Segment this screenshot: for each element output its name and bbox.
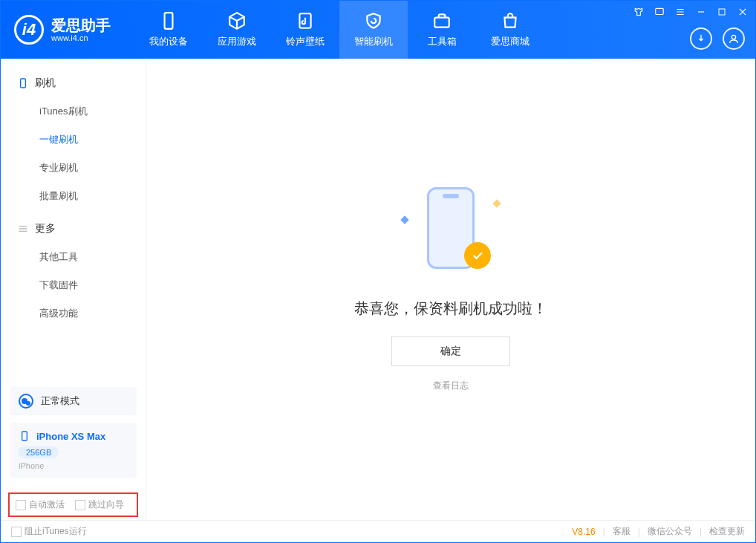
mode-label: 正常模式	[41, 394, 79, 408]
svg-rect-2	[434, 18, 449, 27]
svg-rect-3	[656, 8, 664, 14]
tab-label: 铃声壁纸	[286, 35, 325, 48]
tab-label: 爱思商城	[491, 35, 529, 48]
tab-apps[interactable]: 应用游戏	[203, 1, 271, 59]
sidebar-item-itunes-flash[interactable]: iTunes刷机	[1, 97, 146, 126]
checkbox-auto-activate[interactable]: 自动激活	[16, 498, 65, 511]
tab-label: 智能刷机	[354, 35, 393, 48]
ok-button[interactable]: 确定	[391, 336, 510, 366]
header-actions	[690, 27, 745, 50]
device-type: iPhone	[19, 461, 128, 470]
tab-my-device[interactable]: 我的设备	[134, 1, 203, 59]
toolbox-icon	[432, 11, 452, 30]
tab-toolbox[interactable]: 工具箱	[408, 1, 476, 59]
window-controls	[632, 5, 749, 19]
check-icon	[464, 242, 491, 269]
bag-icon	[501, 11, 520, 30]
sidebar: 刷机 iTunes刷机 一键刷机 专业刷机 批量刷机 更多 其他工具 下载固件 …	[1, 59, 146, 520]
list-icon	[17, 223, 29, 235]
download-icon[interactable]	[690, 27, 712, 50]
status-bar: 阻止iTunes运行 V8.16 | 客服 | 微信公众号 | 检查更新	[1, 520, 755, 542]
feedback-icon[interactable]	[653, 5, 666, 19]
menu-icon[interactable]	[674, 5, 687, 19]
device-mode[interactable]: 正常模式	[10, 387, 137, 415]
svg-rect-7	[22, 432, 27, 440]
svg-rect-6	[21, 79, 26, 88]
sidebar-item-download-firmware[interactable]: 下载固件	[1, 271, 146, 299]
close-icon[interactable]	[736, 5, 749, 19]
music-file-icon	[296, 11, 315, 30]
phone-icon	[159, 11, 178, 30]
success-message: 恭喜您，保资料刷机成功啦！	[354, 299, 547, 319]
skin-icon[interactable]	[632, 5, 645, 19]
svg-rect-0	[165, 13, 173, 29]
tab-store[interactable]: 爱思商城	[476, 1, 544, 59]
tab-label: 工具箱	[428, 35, 457, 48]
logo-icon: i4	[14, 15, 44, 45]
tab-ringtones[interactable]: 铃声壁纸	[271, 1, 339, 59]
support-link[interactable]: 客服	[613, 525, 630, 538]
device-icon	[17, 77, 29, 89]
options-strip: 自动激活 跳过向导	[8, 492, 138, 517]
phone-small-icon	[19, 430, 30, 442]
check-update-link[interactable]: 检查更新	[709, 525, 745, 538]
tab-label: 应用游戏	[218, 35, 256, 48]
sidebar-item-batch-flash[interactable]: 批量刷机	[1, 182, 146, 210]
sidebar-item-advanced[interactable]: 高级功能	[1, 299, 146, 328]
tab-label: 我的设备	[149, 35, 188, 48]
checkbox-skip-guide[interactable]: 跳过向导	[75, 498, 124, 511]
minimize-icon[interactable]	[694, 5, 708, 19]
logo: i4 爱思助手 www.i4.cn	[1, 15, 124, 45]
checkbox-block-itunes[interactable]: 阻止iTunes运行	[11, 525, 87, 538]
sidebar-item-other-tools[interactable]: 其他工具	[1, 243, 146, 271]
device-capacity: 256GB	[19, 446, 59, 458]
sidebar-item-oneclick-flash[interactable]: 一键刷机	[1, 126, 146, 154]
view-log-link[interactable]: 查看日志	[433, 380, 469, 392]
sidebar-group-flash: 刷机	[1, 72, 146, 94]
device-card[interactable]: iPhone XS Max 256GB iPhone	[10, 423, 137, 478]
main-tabs: 我的设备 应用游戏 铃声壁纸 智能刷机 工具箱 爱思商城	[134, 1, 544, 59]
sidebar-group-more: 更多	[1, 218, 146, 240]
app-header: i4 爱思助手 www.i4.cn 我的设备 应用游戏 铃声壁纸 智能刷机 工具…	[1, 1, 755, 59]
user-icon[interactable]	[723, 27, 745, 50]
group-label: 刷机	[35, 77, 56, 90]
success-illustration	[406, 187, 495, 276]
svg-point-5	[731, 35, 735, 39]
group-label: 更多	[35, 222, 56, 235]
app-title: 爱思助手	[51, 17, 111, 33]
wechat-link[interactable]: 微信公众号	[648, 525, 692, 538]
device-panel: 正常模式 iPhone XS Max 256GB iPhone	[1, 378, 146, 487]
tab-flash[interactable]: 智能刷机	[339, 1, 408, 59]
device-name: iPhone XS Max	[36, 431, 105, 442]
refresh-shield-icon	[364, 11, 383, 30]
app-subtitle: www.i4.cn	[51, 33, 111, 42]
main-content: 恭喜您，保资料刷机成功啦！ 确定 查看日志	[146, 59, 755, 520]
cube-icon	[227, 11, 247, 30]
version-label: V8.16	[572, 527, 595, 537]
sidebar-item-pro-flash[interactable]: 专业刷机	[1, 154, 146, 182]
maximize-icon[interactable]	[715, 5, 729, 19]
mode-icon	[19, 394, 33, 409]
svg-rect-4	[719, 9, 725, 15]
